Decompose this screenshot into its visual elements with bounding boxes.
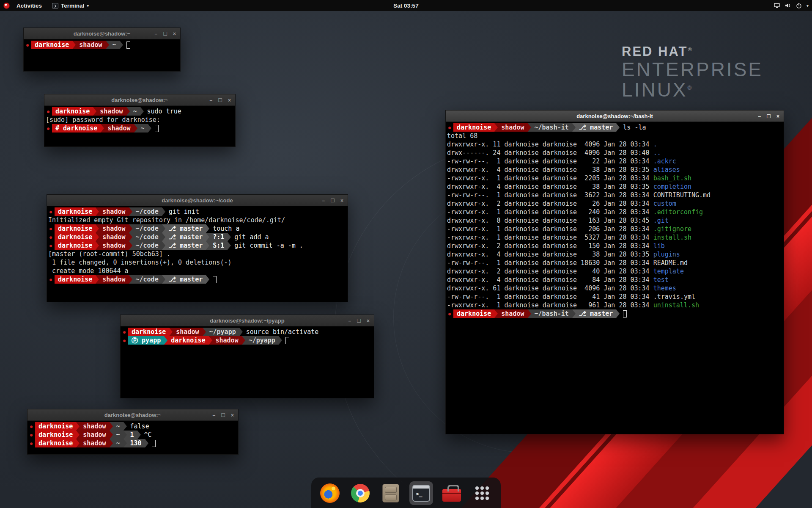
terminal-window-home-1[interactable]: darknoise@shadow:~ – ☐ × ●darknoiseshado… xyxy=(23,28,181,72)
powerline-arrow xyxy=(123,422,127,431)
dock-item-firefox[interactable] xyxy=(318,481,342,505)
prompt-segment-path: ~/bash-it xyxy=(531,309,572,318)
window-title: darknoise@shadow:~/pyapp xyxy=(121,318,374,324)
powerline-arrow xyxy=(203,328,206,336)
terminal-content[interactable]: ●darknoiseshadow~/bash-it⎇ masterls -lat… xyxy=(446,122,784,434)
prompt-icon: ● xyxy=(447,125,453,130)
prompt-segment-path: ~ xyxy=(109,41,120,49)
powerline-arrow xyxy=(72,41,76,49)
files-icon xyxy=(382,484,399,502)
powerline-arrow xyxy=(242,336,245,345)
output-text: Initialized empty Git repository in /hom… xyxy=(48,216,285,224)
terminal-content[interactable]: ●darknoiseshadow~false●darknoiseshadow~1… xyxy=(27,421,238,454)
powerline-arrow xyxy=(106,41,109,49)
prompt-segment-git: ⎇ master xyxy=(165,275,206,284)
terminal-window-home-2[interactable]: darknoise@shadow:~ – ☐ × ●darknoiseshado… xyxy=(27,409,239,455)
minimize-button[interactable]: – xyxy=(155,31,158,36)
terminal-content[interactable]: ●darknoiseshadow~/codegit initInitialize… xyxy=(47,206,348,302)
titlebar[interactable]: darknoise@shadow:~ – ☐ × xyxy=(27,409,238,421)
clock[interactable]: Sat 03:57 xyxy=(393,0,418,11)
prompt-icon: ● xyxy=(122,338,128,343)
close-button[interactable]: × xyxy=(228,98,231,103)
close-button[interactable]: × xyxy=(367,318,370,323)
minimize-button[interactable]: – xyxy=(758,114,761,119)
titlebar[interactable]: darknoise@shadow:~/pyapp – ☐ × xyxy=(121,315,374,326)
powerline-arrow xyxy=(93,107,96,116)
dock-item-chrome[interactable] xyxy=(348,481,372,505)
close-button[interactable]: × xyxy=(231,413,234,418)
powerline-arrow xyxy=(101,124,104,133)
output-text: .travis.yml xyxy=(653,293,695,301)
prompt-segment-host: shadow xyxy=(498,309,527,318)
rhel-wordmark: RED HAT® ENTERPRISE LINUX® xyxy=(622,44,763,100)
prompt-segment-user: darknoise xyxy=(55,224,96,233)
terminal-window-sudo[interactable]: darknoise@shadow:~ – ☐ × ●darknoiseshado… xyxy=(44,94,236,147)
output-text: drwxrwxr-x. 4 darknoise darknoise 38 Jan… xyxy=(447,183,653,190)
system-status-area[interactable]: ▾ xyxy=(774,0,809,11)
app-menu-button[interactable]: Terminal ▾ xyxy=(49,0,92,11)
titlebar[interactable]: darknoise@shadow:~ – ☐ × xyxy=(24,28,180,39)
prompt-icon: ● xyxy=(122,330,128,334)
terminal-window-code[interactable]: darknoise@shadow:~/code – ☐ × ●darknoise… xyxy=(47,194,348,302)
powerline-arrow xyxy=(76,431,80,439)
minimize-button[interactable]: – xyxy=(348,318,351,323)
powerline-arrow xyxy=(76,439,80,447)
powerline-arrow xyxy=(528,123,531,132)
prompt-segment-path: ~ xyxy=(137,124,148,133)
terminal-content[interactable]: ●darknoiseshadow~sudo true[sudo] passwor… xyxy=(44,106,235,146)
prompt-segment-host: shadow xyxy=(104,124,134,133)
close-button[interactable]: × xyxy=(776,114,779,119)
output-text: aliases xyxy=(653,166,680,174)
output-text: total 68 xyxy=(447,132,477,140)
window-title: darknoise@shadow:~/bash-it xyxy=(446,113,784,119)
prompt-segment-git: ⎇ master xyxy=(165,241,206,250)
titlebar[interactable]: darknoise@shadow:~/bash-it – ☐ × xyxy=(446,110,784,122)
terminal-content[interactable]: ●darknoiseshadow~/pyappsource bin/activa… xyxy=(121,326,374,398)
output-text: 1 file changed, 0 insertions(+), 0 delet… xyxy=(48,259,231,266)
dock-item-toolbox[interactable] xyxy=(440,481,464,505)
prompt-segment-user: darknoise xyxy=(35,439,76,447)
command-text: false xyxy=(127,422,149,430)
close-button[interactable]: × xyxy=(340,198,343,203)
maximize-button[interactable]: ☐ xyxy=(766,114,771,119)
terminal-window-bash-it[interactable]: darknoise@shadow:~/bash-it – ☐ × ●darkno… xyxy=(445,110,784,434)
prompt-icon: ● xyxy=(29,424,35,429)
output-text: .. xyxy=(653,149,661,157)
output-text: .editorconfig xyxy=(653,208,703,216)
output-text: -rw-rw-r--. 1 darknoise darknoise 18630 … xyxy=(447,259,653,267)
prompt-segment-user: darknoise xyxy=(35,431,76,439)
minimize-button[interactable]: – xyxy=(322,198,325,203)
minimize-button[interactable]: – xyxy=(213,413,216,418)
prompt-icon: ● xyxy=(46,109,52,114)
maximize-button[interactable]: ☐ xyxy=(330,198,335,203)
app-menu-label: Terminal xyxy=(61,3,84,9)
maximize-button[interactable]: ☐ xyxy=(357,318,361,323)
terminal-cursor xyxy=(285,337,289,344)
command-text: touch a xyxy=(209,225,239,232)
powerline-arrow xyxy=(162,241,165,250)
dock-item-files[interactable] xyxy=(379,481,403,505)
maximize-button[interactable]: ☐ xyxy=(163,31,167,36)
powerline-arrow xyxy=(228,233,231,241)
powerline-arrow xyxy=(148,124,151,133)
close-button[interactable]: × xyxy=(173,31,176,36)
output-text: README.md xyxy=(653,259,688,267)
titlebar[interactable]: darknoise@shadow:~ – ☐ × xyxy=(44,94,235,106)
prompt-segment-status: S:1 xyxy=(209,241,228,250)
network-icon xyxy=(774,2,780,9)
activities-button[interactable]: Activities xyxy=(13,0,45,11)
prompt-segment-host: shadow xyxy=(99,207,129,216)
terminal-content[interactable]: ●darknoiseshadow~ xyxy=(24,39,180,71)
dock-item-terminal[interactable]: >_ xyxy=(409,481,433,505)
maximize-button[interactable]: ☐ xyxy=(221,413,225,418)
titlebar[interactable]: darknoise@shadow:~/code – ☐ × xyxy=(47,195,348,206)
output-text: -rwxrwxr-x. 1 darknoise darknoise 206 Ja… xyxy=(447,225,653,233)
powerline-arrow xyxy=(96,275,99,284)
powerline-arrow xyxy=(145,439,148,447)
maximize-button[interactable]: ☐ xyxy=(218,98,222,103)
dock-item-show-apps[interactable] xyxy=(470,481,494,505)
output-text: drwxrwxr-x. 11 darknoise darknoise 4096 … xyxy=(447,141,653,148)
terminal-window-pyapp[interactable]: darknoise@shadow:~/pyapp – ☐ × ●darknois… xyxy=(120,315,374,398)
output-text: .git xyxy=(653,217,669,224)
minimize-button[interactable]: – xyxy=(210,98,213,103)
